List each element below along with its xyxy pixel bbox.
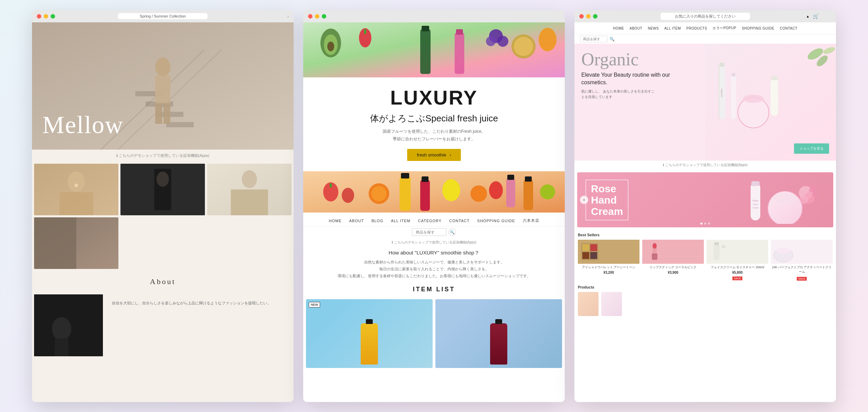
luxury-main-title: LUXURY bbox=[310, 88, 558, 108]
organic-address-bar[interactable]: お気に入りの商品を探してください bbox=[660, 13, 750, 20]
organic-nav-popup[interactable]: カラーPOPUP bbox=[712, 26, 736, 31]
close-button-organic[interactable] bbox=[579, 14, 584, 19]
luxury-hero-bg bbox=[303, 22, 565, 77]
nav-forward-icon[interactable]: › bbox=[287, 14, 289, 19]
svg-rect-53 bbox=[422, 176, 428, 182]
products-label: Products bbox=[578, 285, 833, 289]
cart-icon[interactable]: 🛒 bbox=[813, 13, 819, 19]
nav-category[interactable]: CATEGORY bbox=[418, 219, 442, 223]
banner-nav-left[interactable]: ‹ bbox=[580, 196, 588, 204]
maximize-button-luxury[interactable] bbox=[322, 14, 326, 19]
product-img-lipstick bbox=[642, 240, 704, 264]
svg-rect-78 bbox=[751, 181, 760, 186]
browser-window-luxury: LUXURY 体がよろこぶSpecial fresh juice 国産フルーツを… bbox=[303, 10, 565, 402]
nav-all-item[interactable]: ALL ITEM bbox=[391, 219, 411, 223]
svg-point-47 bbox=[342, 188, 354, 203]
svg-rect-8 bbox=[155, 76, 170, 103]
banner-dot-1[interactable] bbox=[700, 223, 702, 225]
svg-rect-93 bbox=[590, 244, 597, 251]
minimize-button-organic[interactable] bbox=[586, 14, 591, 19]
organic-hero-text: Organic Elevate Your Beauty routine with… bbox=[581, 51, 671, 100]
nav-home[interactable]: HOME bbox=[329, 219, 341, 223]
organic-nav-contact[interactable]: CONTACT bbox=[780, 26, 797, 30]
grid-item-4 bbox=[34, 217, 118, 269]
product-card-4[interactable]: 24h パーフェクトプロ アクティベートクリーム SALE bbox=[771, 240, 833, 281]
organic-nav-news[interactable]: NEWS bbox=[648, 26, 659, 30]
grid-img-portrait bbox=[34, 164, 118, 215]
svg-point-99 bbox=[653, 243, 657, 249]
organic-nav-all-item[interactable]: ALL ITEM bbox=[664, 26, 681, 30]
banner-dot-2[interactable] bbox=[704, 223, 706, 225]
best-sellers-grid: アイシャドウパレット アーシートーン ¥3,200 リップスティック コーラルピ… bbox=[578, 240, 833, 281]
organic-hero-products-svg: organic bbox=[705, 44, 836, 161]
svg-rect-31 bbox=[364, 29, 366, 34]
svg-rect-20 bbox=[231, 189, 268, 215]
mellow-about-title: About bbox=[32, 271, 294, 292]
luxury-desc-line1: 国産フルーツを使用した、こだわり素材のFresh juice。 季節に合わせたフ… bbox=[310, 128, 558, 143]
product-thumb-2[interactable] bbox=[601, 292, 622, 316]
grid-item-3 bbox=[207, 164, 292, 215]
product-card-1[interactable]: アイシャドウパレット アーシートーン ¥3,200 bbox=[578, 240, 639, 281]
best-sellers-section: Best Sellers bbox=[574, 230, 836, 282]
address-bar[interactable]: Spring / Summer Collection bbox=[118, 13, 208, 19]
svg-point-87 bbox=[800, 196, 808, 204]
nav-about[interactable]: ABOUT bbox=[349, 219, 364, 223]
svg-rect-46 bbox=[330, 183, 332, 187]
product-thumb-1[interactable] bbox=[578, 292, 599, 316]
svg-rect-69 bbox=[731, 75, 736, 119]
titlebar-organic: お気に入りの商品を探してください ▲ 🛒 bbox=[574, 10, 836, 22]
luxury-item-card-2[interactable] bbox=[435, 299, 562, 368]
luxury-search-input[interactable] bbox=[412, 228, 446, 236]
bottle-cap-2 bbox=[495, 319, 502, 324]
luxury-fruits-svg bbox=[303, 22, 565, 77]
luxury-section-headline: How about "LUXURY" smoothie shop？ bbox=[303, 247, 565, 258]
svg-rect-70 bbox=[732, 73, 735, 76]
mellow-page-content: Mellow ℹ こちらのデモショップで使用している拡張機能(Apps) bbox=[32, 22, 294, 402]
svg-point-108 bbox=[776, 248, 790, 254]
organic-nav-home[interactable]: HOME bbox=[613, 26, 624, 30]
svg-rect-35 bbox=[422, 26, 429, 31]
organic-sub-tagline: 肌に優しし、 あなた本来の美しさを引き出すことを目指しています bbox=[581, 89, 657, 100]
svg-point-56 bbox=[489, 181, 503, 199]
luxury-section-desc: 自然な素材から作られた美味しいスムージーで、健康と美しさをサポートします。 毎日… bbox=[303, 258, 565, 282]
svg-rect-94 bbox=[582, 252, 589, 259]
organic-nav-shopping-guide[interactable]: SHOPPING GUIDE bbox=[742, 26, 774, 30]
close-button-luxury[interactable] bbox=[308, 14, 313, 19]
product-card-3[interactable]: フェイスクリーム モイスチャー 200ml ¥5,800 SALE bbox=[707, 240, 768, 281]
banner-dot-3[interactable] bbox=[708, 223, 710, 225]
close-button[interactable] bbox=[37, 14, 41, 19]
svg-rect-50 bbox=[400, 176, 411, 211]
nav-shopping-guide[interactable]: SHOPPING GUIDE bbox=[477, 219, 515, 223]
maximize-button-organic[interactable] bbox=[593, 14, 597, 19]
nav-contact[interactable]: CONTACT bbox=[449, 219, 469, 223]
organic-nav-about[interactable]: ABOUT bbox=[629, 26, 642, 30]
search-icon[interactable]: 🔍 bbox=[448, 228, 456, 236]
organic-cta-button[interactable]: ショップを見る bbox=[794, 143, 829, 154]
organic-app-info: ℹ こちらのデモショップで使用している拡張機能(Apps) bbox=[574, 161, 836, 170]
svg-rect-98 bbox=[652, 253, 657, 260]
product-card-2[interactable]: リップスティック コーラルピンク ¥3,900 bbox=[642, 240, 704, 281]
arrow-right-icon: › bbox=[449, 152, 451, 158]
minimize-button-luxury[interactable] bbox=[315, 14, 319, 19]
organic-nav-products[interactable]: PRODUCTS bbox=[686, 26, 707, 30]
nav-blog[interactable]: BLOG bbox=[371, 219, 383, 223]
luxury-item-card-1[interactable]: NEW bbox=[306, 299, 433, 368]
organic-search-icon[interactable]: 🔍 bbox=[610, 37, 615, 42]
luxury-cta-button[interactable]: fresh smoothie › bbox=[407, 149, 461, 161]
luxury-item-list-title: ITEM LIST bbox=[303, 282, 565, 296]
svg-point-24 bbox=[52, 317, 71, 340]
product-name-3: フェイスクリーム モイスチャー 200ml bbox=[707, 265, 768, 270]
svg-rect-51 bbox=[401, 173, 409, 178]
lipstick-svg bbox=[642, 240, 704, 264]
mellow-hero-title: Mellow bbox=[42, 111, 124, 139]
maximize-button[interactable] bbox=[51, 14, 55, 19]
nav-roppongi[interactable]: 六本木店 bbox=[523, 218, 539, 223]
svg-rect-74 bbox=[771, 78, 778, 116]
organic-toolbar-icons: ▲ 🛒 bbox=[806, 13, 819, 19]
rose-cream-svg: Rose Hand Cream bbox=[730, 176, 826, 224]
product-img-cream2 bbox=[771, 240, 833, 264]
minimize-button[interactable] bbox=[44, 14, 48, 19]
juice-bottle-red bbox=[490, 323, 507, 365]
organic-search-input[interactable] bbox=[580, 36, 607, 42]
titlebar-luxury bbox=[303, 10, 565, 22]
